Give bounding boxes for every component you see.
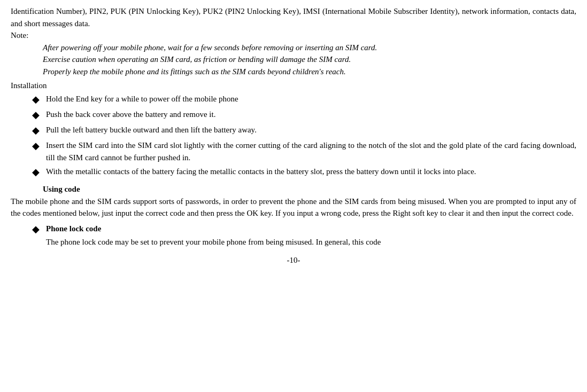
bullet-diamond-icon: ◆	[32, 223, 42, 236]
list-item: ◆ Hold the End key for a while to power …	[11, 93, 576, 106]
italic-line-2: Exercise caution when operating an SIM c…	[43, 53, 576, 66]
using-code-heading: Using code	[43, 183, 576, 195]
list-item-text: Hold the End key for a while to power of…	[46, 93, 576, 105]
installation-heading: Installation	[11, 80, 576, 92]
phone-lock-heading: Phone lock code	[46, 224, 101, 233]
list-item: ◆ Insert the SIM card into the SIM card …	[11, 139, 576, 163]
bullet-diamond-icon: ◆	[32, 139, 42, 153]
bullet-diamond-icon: ◆	[32, 93, 42, 106]
list-item-text: With the metallic contacts of the batter…	[46, 166, 576, 178]
phone-lock-bullet: ◆ Phone lock code	[11, 223, 576, 236]
page-content: Identification Number), PIN2, PUK (PIN U…	[11, 5, 576, 266]
page-number: -10-	[11, 254, 576, 266]
bullet-diamond-icon: ◆	[32, 166, 42, 179]
italic-line-3: Properly keep the mobile phone and its f…	[43, 66, 576, 78]
phone-lock-label: Phone lock code	[46, 223, 576, 235]
paragraph-1: Identification Number), PIN2, PUK (PIN U…	[11, 5, 576, 29]
phone-lock-paragraph: The phone lock code may be set to preven…	[46, 236, 576, 248]
note-label: Note:	[11, 29, 576, 42]
list-item-text: Insert the SIM card into the SIM card sl…	[46, 139, 576, 163]
using-code-paragraph: The mobile phone and the SIM cards suppo…	[11, 195, 576, 219]
bullet-diamond-icon: ◆	[32, 124, 42, 137]
note-block: After powering off your mobile phone, wa…	[43, 42, 576, 78]
italic-line-1: After powering off your mobile phone, wa…	[43, 42, 576, 54]
using-code-section: Using code The mobile phone and the SIM …	[11, 183, 576, 219]
installation-list: ◆ Hold the End key for a while to power …	[11, 93, 576, 179]
list-item: ◆ With the metallic contacts of the batt…	[11, 166, 576, 179]
list-item-text: Pull the left battery buckle outward and…	[46, 124, 576, 136]
list-item: ◆ Pull the left battery buckle outward a…	[11, 124, 576, 137]
list-item-text: Push the back cover above the battery an…	[46, 108, 576, 121]
bullet-diamond-icon: ◆	[32, 108, 42, 122]
list-item: ◆ Push the back cover above the battery …	[11, 108, 576, 122]
